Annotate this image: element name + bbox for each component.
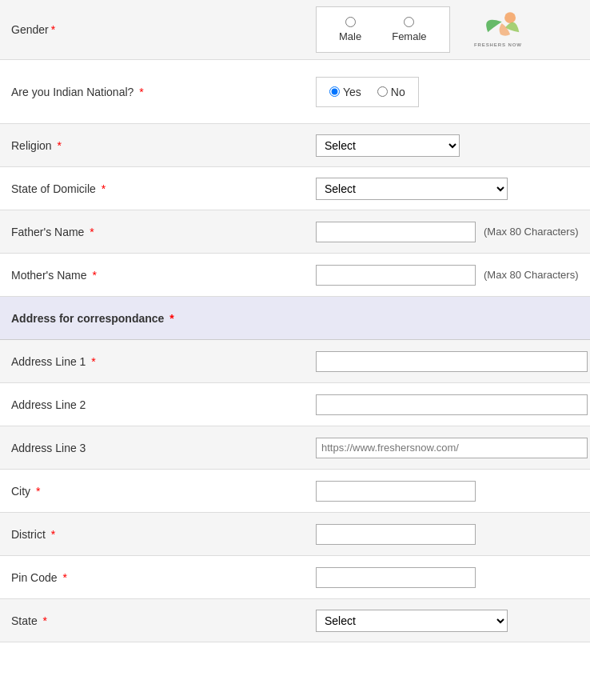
religion-input-cell: Select Hindu Muslim Christian Sikh Other… <box>308 128 590 163</box>
gender-required: * <box>51 23 55 36</box>
gender-female-radio[interactable] <box>404 17 414 27</box>
address-line3-row: Address Line 3 <box>0 426 590 470</box>
district-label-cell: District * <box>0 520 308 549</box>
address-line3-label: Address Line 3 <box>11 442 86 454</box>
indian-national-yes-label: Yes <box>343 86 361 98</box>
father-name-required: * <box>90 226 94 238</box>
gender-female-label: Female <box>392 30 426 42</box>
gender-option-female: Female <box>381 14 437 46</box>
svg-text:FRESHERS NOW: FRESHERS NOW <box>474 42 522 46</box>
pin-code-row: Pin Code * <box>0 556 590 599</box>
mother-name-label: Mother's Name <box>11 269 86 282</box>
state-label: State <box>11 614 38 627</box>
gender-row: Gender * Male Female <box>0 0 590 60</box>
gender-male-radio[interactable] <box>345 17 356 27</box>
religion-label: Religion <box>11 139 52 152</box>
city-required: * <box>36 485 40 498</box>
state-domicile-label-cell: State of Domicile * <box>0 174 308 203</box>
mother-name-label-cell: Mother's Name * <box>0 261 308 290</box>
pin-code-input[interactable] <box>316 567 476 588</box>
indian-national-row: Are you Indian National? * Yes No <box>0 60 590 124</box>
state-row: State * Select Andhra Pradesh Telangana … <box>0 599 590 642</box>
indian-national-no-item: No <box>377 86 405 98</box>
address-line2-input[interactable] <box>316 394 588 415</box>
address-line2-input-cell <box>308 388 590 422</box>
indian-national-required: * <box>139 86 143 98</box>
father-name-input[interactable] <box>316 222 476 242</box>
state-select[interactable]: Select Andhra Pradesh Telangana Karnatak… <box>316 610 508 632</box>
district-input-cell <box>308 518 590 551</box>
address-line1-input-cell <box>308 345 590 378</box>
address-line1-label-cell: Address Line 1 * <box>0 347 308 376</box>
address-header-content: Address for correspondance * <box>0 302 185 334</box>
state-domicile-required: * <box>102 182 106 195</box>
district-row: District * <box>0 513 590 556</box>
address-header-label: Address for correspondance <box>11 312 164 325</box>
gender-input-cell: Male Female <box>308 0 458 59</box>
religion-row: Religion * Select Hindu Muslim Christian… <box>0 124 590 167</box>
pin-code-label-cell: Pin Code * <box>0 563 308 592</box>
father-name-input-cell: (Max 80 Characters) <box>308 215 590 249</box>
mother-name-input-cell: (Max 80 Characters) <box>308 258 590 292</box>
gender-label-cell: Gender * <box>0 0 308 59</box>
gender-options-group: Male Female <box>316 6 450 53</box>
indian-national-no-radio[interactable] <box>377 86 388 97</box>
father-name-label: Father's Name <box>11 226 84 238</box>
address-line3-input-cell <box>308 431 590 465</box>
district-required: * <box>51 528 55 541</box>
address-line3-input[interactable] <box>316 438 588 458</box>
city-label: City <box>11 485 30 498</box>
district-input[interactable] <box>316 524 476 545</box>
father-name-label-cell: Father's Name * <box>0 218 308 246</box>
mother-name-required: * <box>92 269 96 282</box>
address-line1-required: * <box>91 355 95 368</box>
father-name-max-chars: (Max 80 Characters) <box>484 226 578 238</box>
address-header-required: * <box>169 312 173 325</box>
religion-label-cell: Religion * <box>0 131 308 160</box>
indian-national-no-label: No <box>391 86 405 98</box>
religion-required: * <box>57 139 61 152</box>
pin-code-required: * <box>62 571 66 584</box>
indian-national-label: Are you Indian National? <box>11 86 134 98</box>
religion-select[interactable]: Select Hindu Muslim Christian Sikh Other… <box>316 134 460 157</box>
state-label-cell: State * <box>0 606 308 635</box>
gender-label: Gender <box>11 23 49 36</box>
address-line2-label-cell: Address Line 2 <box>0 390 308 419</box>
district-label: District <box>11 528 46 541</box>
pin-code-input-cell <box>308 561 590 594</box>
indian-national-input-cell: Yes No <box>308 70 590 114</box>
mother-name-max-chars: (Max 80 Characters) <box>484 269 578 281</box>
city-label-cell: City * <box>0 477 308 506</box>
father-name-row: Father's Name * (Max 80 Characters) <box>0 210 590 254</box>
gender-male-label: Male <box>339 30 361 42</box>
state-domicile-row: State of Domicile * Select Andhra Prades… <box>0 167 590 210</box>
state-input-cell: Select Andhra Pradesh Telangana Karnatak… <box>308 603 590 638</box>
indian-national-options-group: Yes No <box>316 77 419 107</box>
address-line2-label: Address Line 2 <box>11 398 86 411</box>
state-domicile-select[interactable]: Select Andhra Pradesh Telangana Karnatak… <box>316 178 508 200</box>
address-line2-row: Address Line 2 <box>0 383 590 426</box>
state-domicile-label: State of Domicile <box>11 182 96 195</box>
address-line3-label-cell: Address Line 3 <box>0 434 308 462</box>
pin-code-label: Pin Code <box>11 571 58 584</box>
state-required: * <box>43 614 47 627</box>
gender-option-male: Male <box>328 14 373 46</box>
indian-national-label-cell: Are you Indian National? * <box>0 78 308 106</box>
address-section-header: Address for correspondance * <box>0 297 590 340</box>
address-line1-input[interactable] <box>316 351 588 372</box>
city-input-cell <box>308 474 590 508</box>
logo-cell: FRESHERS NOW <box>458 0 532 59</box>
svg-point-0 <box>504 12 516 23</box>
state-domicile-input-cell: Select Andhra Pradesh Telangana Karnatak… <box>308 171 590 206</box>
mother-name-row: Mother's Name * (Max 80 Characters) <box>0 254 590 297</box>
freshers-logo: FRESHERS NOW <box>466 8 524 52</box>
indian-national-yes-item: Yes <box>329 86 361 98</box>
indian-national-yes-radio[interactable] <box>329 86 340 97</box>
city-row: City * <box>0 470 590 513</box>
address-line1-label: Address Line 1 <box>11 355 86 368</box>
city-input[interactable] <box>316 481 476 502</box>
address-line1-row: Address Line 1 * <box>0 340 590 383</box>
mother-name-input[interactable] <box>316 265 476 286</box>
